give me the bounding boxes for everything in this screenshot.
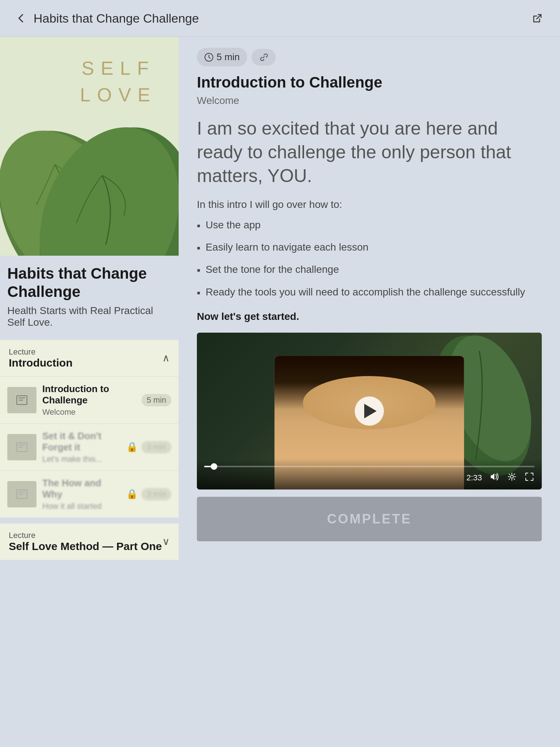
lesson-info-locked: Set it & Don't Forget it Let's make this… xyxy=(36,430,126,464)
header-title: Habits that Change Challenge xyxy=(34,11,199,26)
lesson-duration-locked-2: 3 min xyxy=(141,488,171,500)
big-quote: I am so excited that you are here and re… xyxy=(197,117,542,188)
bullet-item-2: Easily learn to navigate each lesson xyxy=(197,240,542,255)
lesson-title-locked-2: The How and Why xyxy=(42,477,120,500)
lesson-thumbnail xyxy=(7,387,36,413)
mute-button[interactable] xyxy=(489,472,499,484)
lesson-subtitle-locked-2: How it all started xyxy=(42,502,120,511)
link-icon xyxy=(259,53,268,62)
time-badge: 5 min xyxy=(197,48,247,66)
lecture-label: Lecture xyxy=(9,347,73,357)
lesson-title-locked: Set it & Don't Forget it xyxy=(42,430,120,453)
content-title: Introduction to Challenge xyxy=(197,74,542,91)
lesson-info: Introduction to Challenge Welcome xyxy=(36,383,141,417)
intro-text: In this intro I will go over how to: xyxy=(197,199,542,210)
progress-bar[interactable] xyxy=(204,466,534,467)
lecture-section-self-love: Lecture Self Love Method — Part One ∨ xyxy=(0,523,179,560)
share-link-button[interactable] xyxy=(529,10,545,26)
bullet-item-4: Ready the tools you will need to accompl… xyxy=(197,285,542,300)
lesson-title: Introduction to Challenge xyxy=(42,383,136,406)
duration-label: 5 min xyxy=(217,51,240,63)
main-content: SELFLOVE Habits that Change Challenge He… xyxy=(0,37,560,560)
lecture-label-2: Lecture xyxy=(9,531,162,540)
play-button[interactable] xyxy=(355,396,384,426)
bullet-item-3: Set the tone for the challenge xyxy=(197,262,542,277)
video-controls: 2:33 xyxy=(197,458,542,489)
settings-button[interactable] xyxy=(507,472,517,484)
bullet-list: Use the app Easily learn to navigate eac… xyxy=(197,218,542,300)
clock-icon xyxy=(204,53,214,62)
progress-dot[interactable] xyxy=(211,463,217,470)
lecture-name: Introduction xyxy=(9,357,73,369)
meta-row: 5 min xyxy=(197,48,542,66)
lesson-duration-locked: 3 min xyxy=(141,441,171,453)
call-to-action: Now let's get started. xyxy=(197,311,542,322)
back-button[interactable] xyxy=(15,12,28,25)
lesson-subtitle: Welcome xyxy=(42,407,136,417)
lock-icon: 🔒 xyxy=(126,441,138,453)
lesson-thumbnail-locked-2 xyxy=(7,481,36,507)
controls-row: 2:33 xyxy=(204,472,534,484)
course-image: SELFLOVE xyxy=(0,37,179,256)
lesson-subtitle-locked: Let's make this... xyxy=(42,454,120,464)
fullscreen-button[interactable] xyxy=(524,472,534,484)
lesson-item-set-it[interactable]: Set it & Don't Forget it Let's make this… xyxy=(0,423,179,471)
lesson-info-locked-2: The How and Why How it all started xyxy=(36,477,126,511)
lecture-header-self-love[interactable]: Lecture Self Love Method — Part One ∨ xyxy=(0,523,179,560)
course-subtitle: Health Starts with Real Practical Self L… xyxy=(7,305,171,328)
lesson-item-how-why[interactable]: The How and Why How it all started 🔒 3 m… xyxy=(0,471,179,518)
header-left: Habits that Change Challenge xyxy=(15,11,199,26)
content-subtitle: Welcome xyxy=(197,95,542,107)
lecture-section-introduction: Lecture Introduction ∧ Introduction to C… xyxy=(0,340,179,518)
chevron-down-icon: ∨ xyxy=(162,535,170,547)
lesson-duration: 5 min xyxy=(141,394,171,406)
lesson-thumbnail-locked xyxy=(7,434,36,460)
chevron-up-icon: ∧ xyxy=(162,352,170,364)
play-icon xyxy=(364,404,377,418)
complete-button[interactable]: COMPLETE xyxy=(197,497,542,541)
lesson-item-introduction[interactable]: Introduction to Challenge Welcome 5 min xyxy=(0,376,179,423)
video-player[interactable]: 2:33 xyxy=(197,333,542,489)
video-time: 2:33 xyxy=(466,473,482,483)
header: Habits that Change Challenge xyxy=(0,0,560,37)
lecture-name-2: Self Love Method — Part One xyxy=(9,540,162,553)
svg-point-11 xyxy=(510,475,513,478)
course-info: Habits that Change Challenge Health Star… xyxy=(0,256,179,334)
lecture-header-introduction[interactable]: Lecture Introduction ∧ xyxy=(0,340,179,376)
left-panel: SELFLOVE Habits that Change Challenge He… xyxy=(0,37,179,560)
lock-icon-2: 🔒 xyxy=(126,488,138,500)
self-love-text: SELFLOVE xyxy=(80,55,157,108)
right-panel: 5 min Introduction to Challenge Welcome … xyxy=(179,37,560,560)
copy-link-button[interactable] xyxy=(252,49,276,66)
lecture-header-text: Lecture Introduction xyxy=(9,347,73,369)
bullet-item-1: Use the app xyxy=(197,218,542,233)
course-title: Habits that Change Challenge xyxy=(7,264,171,301)
lecture-header-text-2: Lecture Self Love Method — Part One xyxy=(9,531,162,553)
